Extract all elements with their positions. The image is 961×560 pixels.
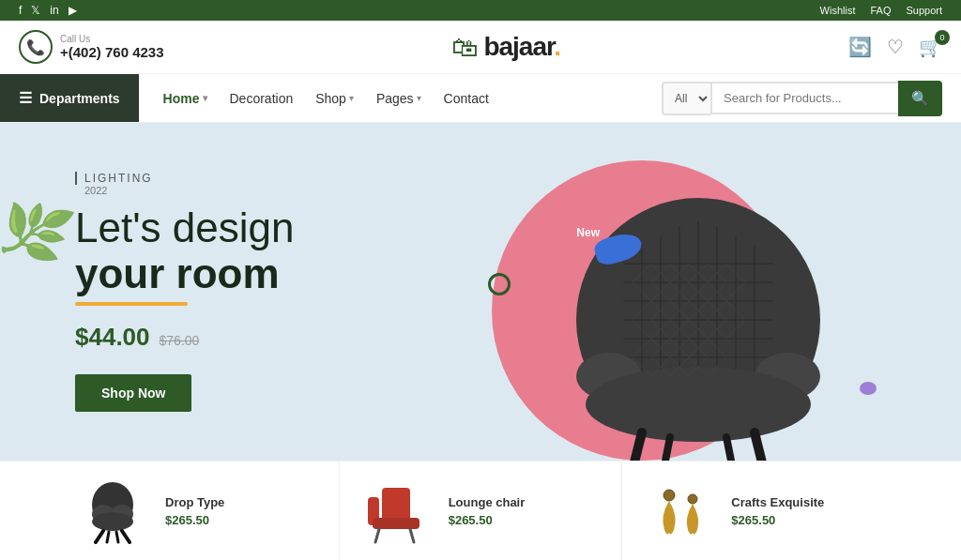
- linkedin-icon[interactable]: in: [50, 4, 58, 17]
- svg-line-27: [107, 532, 109, 542]
- search-category-select[interactable]: All: [662, 82, 710, 115]
- hero-underline: [75, 302, 188, 306]
- svg-line-33: [410, 529, 414, 542]
- product-info-1: Lounge chair $265.50: [449, 495, 526, 527]
- svg-line-17: [623, 432, 642, 461]
- shop-now-button[interactable]: Shop Now: [75, 374, 191, 412]
- hero-content: LIGHTING 2022 Let's design your room $44…: [75, 172, 294, 412]
- call-us-label: Call Us: [60, 34, 164, 44]
- product-name-0: Drop Type: [165, 495, 224, 509]
- faq-link[interactable]: FAQ: [870, 5, 891, 16]
- support-link[interactable]: Support: [906, 5, 942, 16]
- product-name-1: Lounge chair: [449, 495, 526, 509]
- phone-section: 📞 Call Us +(402) 760 4233: [19, 30, 164, 64]
- phone-icon: 📞: [19, 30, 53, 64]
- hamburger-icon: ☰: [19, 89, 32, 107]
- svg-rect-31: [373, 518, 419, 529]
- nav-contact[interactable]: Contact: [435, 76, 498, 121]
- nav-decoration[interactable]: Decoration: [221, 76, 303, 121]
- facebook-icon[interactable]: f: [19, 4, 22, 17]
- phone-number: +(402) 760 4233: [60, 44, 164, 60]
- youtube-icon[interactable]: ▶: [69, 4, 77, 17]
- hero-year: 2022: [75, 185, 294, 196]
- cart-badge: 0: [935, 30, 950, 45]
- header-action-icons: 🔄 ♡ 🛒 0: [848, 36, 942, 58]
- navigation: ☰ Departments Home ▾ Decoration Shop ▾ P…: [0, 74, 961, 123]
- product-card-0[interactable]: Drop Type $265.50: [56, 462, 340, 560]
- product-image-1: [358, 478, 434, 544]
- chair-image: [492, 142, 886, 461]
- product-price-0: $265.50: [165, 513, 224, 527]
- product-card-2[interactable]: Crafts Exquisite $265.50: [622, 462, 905, 560]
- logo-text: bajaar.: [483, 32, 560, 62]
- hero-price-old: $76.00: [160, 333, 200, 348]
- svg-line-19: [656, 437, 670, 461]
- refresh-icon[interactable]: 🔄: [848, 36, 872, 58]
- departments-label: Departments: [39, 91, 120, 106]
- product-info-2: Crafts Exquisite $265.50: [731, 495, 824, 527]
- svg-point-34: [664, 490, 675, 501]
- hero-title: Let's design your room: [75, 205, 294, 296]
- product-info-0: Drop Type $265.50: [165, 495, 224, 527]
- hero-price: $44.00: [75, 323, 150, 352]
- product-strip: Drop Type $265.50 Lounge chair $265.50: [0, 461, 961, 560]
- product-image-0: [75, 478, 150, 544]
- svg-line-32: [375, 529, 379, 542]
- search-button[interactable]: 🔍: [898, 81, 942, 116]
- svg-line-26: [122, 531, 130, 542]
- nav-links: Home ▾ Decoration Shop ▾ Pages ▾ Contact: [139, 76, 662, 121]
- svg-point-24: [92, 512, 133, 531]
- utility-links: Wishlist FAQ Support: [820, 5, 942, 16]
- search-input[interactable]: [710, 82, 898, 114]
- purple-blob-decoration: [860, 382, 877, 395]
- top-bar: f 𝕏 in ▶ Wishlist FAQ Support: [0, 0, 961, 21]
- cart-icon[interactable]: 🛒 0: [919, 36, 942, 58]
- hero-subtitle: LIGHTING 2022: [75, 172, 294, 196]
- leaf-decoration: 🌿: [0, 188, 80, 274]
- social-links: f 𝕏 in ▶: [19, 4, 77, 17]
- product-price-2: $265.50: [731, 513, 824, 527]
- svg-line-28: [116, 532, 118, 542]
- new-badge-text: New: [576, 226, 600, 239]
- circle-outline-decoration: [488, 273, 511, 295]
- twitter-icon[interactable]: 𝕏: [31, 4, 40, 17]
- product-price-1: $265.50: [449, 513, 526, 527]
- product-card-1[interactable]: Lounge chair $265.50: [340, 462, 623, 560]
- header: 📞 Call Us +(402) 760 4233 🛍 bajaar. 🔄 ♡ …: [0, 21, 961, 74]
- svg-line-18: [755, 432, 773, 461]
- hero-category: LIGHTING: [75, 172, 294, 185]
- svg-point-16: [586, 367, 811, 442]
- svg-line-20: [726, 437, 740, 461]
- svg-line-25: [96, 531, 103, 542]
- product-image-2: [641, 478, 716, 544]
- phone-text: Call Us +(402) 760 4233: [60, 34, 164, 60]
- nav-shop[interactable]: Shop ▾: [306, 76, 363, 121]
- logo-bag-icon: 🛍: [451, 32, 478, 63]
- nav-home[interactable]: Home ▾: [154, 76, 217, 121]
- wishlist-icon[interactable]: ♡: [887, 36, 904, 58]
- svg-point-35: [688, 494, 697, 504]
- hero-price-row: $44.00 $76.00: [75, 323, 294, 352]
- logo[interactable]: 🛍 bajaar.: [183, 32, 830, 63]
- departments-button[interactable]: ☰ Departments: [0, 74, 139, 122]
- search-bar: All 🔍: [662, 81, 942, 116]
- nav-pages[interactable]: Pages ▾: [367, 76, 431, 121]
- product-name-2: Crafts Exquisite: [731, 495, 824, 509]
- hero-section: 🌿 LIGHTING 2022 Let's design your room $…: [0, 123, 961, 461]
- wishlist-link[interactable]: Wishlist: [820, 5, 856, 16]
